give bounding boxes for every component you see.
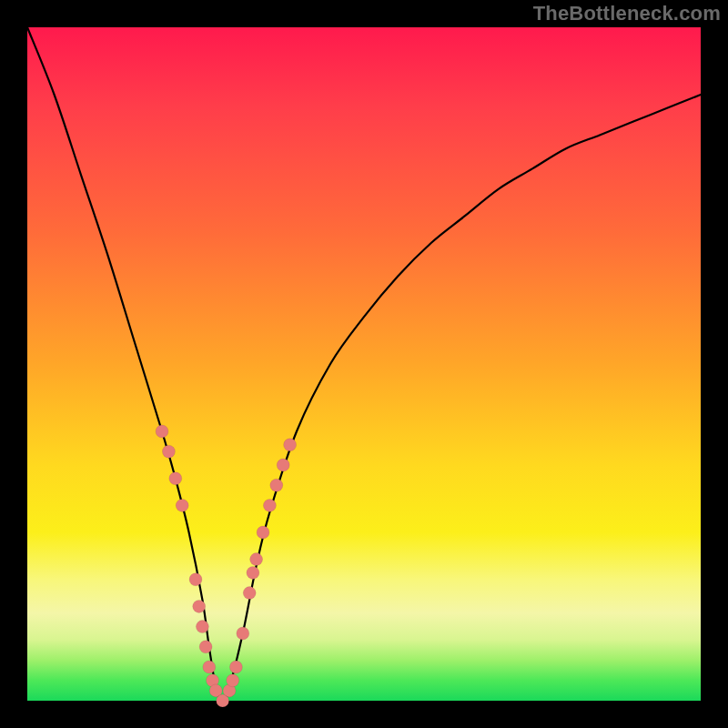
marker-point xyxy=(227,674,239,687)
marker-point xyxy=(229,661,242,673)
marker-point xyxy=(169,472,182,485)
marker-point xyxy=(277,459,289,471)
marker-point xyxy=(189,573,202,586)
marker-point xyxy=(250,553,263,566)
marker-point xyxy=(199,641,212,653)
marker-point xyxy=(156,425,168,438)
chart-frame: TheBottleneck.com xyxy=(0,0,728,728)
marker-point xyxy=(162,445,175,458)
watermark-text: TheBottleneck.com xyxy=(533,2,721,25)
marker-point xyxy=(176,499,188,511)
marker-point xyxy=(237,627,249,640)
marker-point xyxy=(243,587,256,600)
marker-point xyxy=(247,566,259,579)
bottleneck-curve xyxy=(27,27,701,701)
marker-point xyxy=(203,661,216,673)
marker-point xyxy=(196,621,208,633)
marker-group xyxy=(156,425,297,707)
plot-area xyxy=(27,27,701,701)
curve-svg xyxy=(27,27,701,701)
marker-point xyxy=(263,499,276,511)
marker-point xyxy=(270,479,283,491)
marker-point xyxy=(284,439,297,451)
marker-point xyxy=(257,526,269,539)
marker-point xyxy=(193,600,206,612)
